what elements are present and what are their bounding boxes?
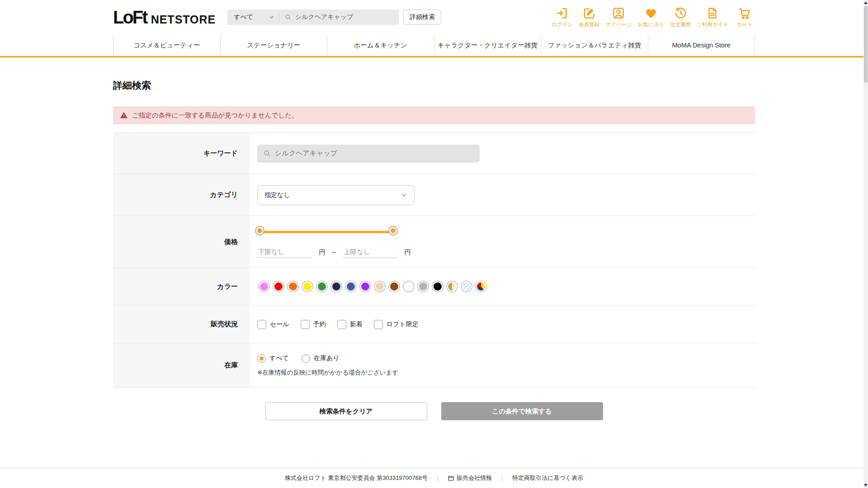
price-max-input[interactable] [343, 247, 398, 258]
search-form: キーワード カテゴリ 指定なし [113, 132, 755, 388]
color-swatch-white[interactable] [404, 282, 414, 291]
price-slider-track [262, 231, 391, 233]
header-search-input[interactable] [295, 14, 394, 21]
sales-status-option-1[interactable]: 予約 [301, 320, 326, 329]
alert-message: ご指定の条件に一致する商品が見つかりませんでした。 [132, 111, 298, 120]
footer-divider [438, 475, 438, 481]
color-swatch-multicolor[interactable] [476, 282, 486, 291]
color-swatch-beige[interactable] [375, 282, 385, 291]
keyword-input[interactable] [275, 150, 474, 157]
site-footer: 株式会社ロフト 東京都公安委員会 第303319700768号 販売会社情報 特… [0, 468, 868, 488]
header-quick-links: ログイン会員登録マイページお気に入り注文履歴ご利用ガイドカート [552, 6, 755, 28]
quick-link-login[interactable]: ログイン [552, 6, 573, 28]
warning-icon [120, 111, 128, 119]
scrollbar-down-arrow[interactable] [864, 484, 868, 487]
color-swatch-red[interactable] [274, 282, 283, 291]
quick-link-order-history[interactable]: 注文履歴 [670, 6, 691, 28]
page-title: 詳細検索 [113, 79, 755, 92]
footer-link-legal[interactable]: 特定商取引法に基づく表示 [512, 474, 583, 482]
quick-link-favorites[interactable]: お気に入り [638, 6, 664, 28]
main-nav: コスメ＆ビューティーステーショナリーホーム＆キッチンキャラクター・クリエイター雑… [113, 34, 755, 56]
price-unit-min: 円 [319, 248, 326, 257]
chevron-down-icon [269, 14, 274, 20]
favorites-icon [644, 6, 658, 20]
quick-link-guide[interactable]: ご利用ガイド [697, 6, 728, 28]
nav-item-1[interactable]: ステーショナリー [220, 34, 327, 56]
clear-conditions-button[interactable]: 検索条件をクリア [265, 402, 427, 420]
checkbox[interactable] [374, 320, 383, 329]
sales-status-option-0[interactable]: セール [257, 320, 289, 329]
main-content: 詳細検索 ご指定の条件に一致する商品が見つかりませんでした。 キーワード [113, 79, 755, 420]
advanced-search-button[interactable]: 詳細検索 [403, 9, 441, 25]
nav-item-2[interactable]: ホーム＆キッチン [327, 34, 434, 56]
search-icon [263, 150, 271, 157]
color-swatch-gray[interactable] [418, 282, 428, 291]
loft-logo[interactable]: LoFt NETSTORE [113, 7, 216, 28]
nav-item-3[interactable]: キャラクター・クリエイター雑貨 [434, 34, 541, 56]
price-slider-handle-max[interactable] [389, 227, 397, 235]
quick-link-label: マイページ [605, 21, 632, 28]
footer-link-company-info[interactable]: 販売会社情報 [448, 474, 492, 482]
price-min-input[interactable] [257, 247, 312, 258]
stock-note: ※在庫情報の反映に時間がかかる場合がございます [257, 369, 755, 377]
stock-option-1[interactable]: 在庫あり [302, 354, 340, 363]
search-with-conditions-button[interactable]: この条件で検索する [441, 402, 603, 420]
price-range-slider [259, 226, 394, 238]
color-swatch-gold-silver[interactable] [447, 282, 457, 291]
sales-status-option-3[interactable]: ロフト限定 [374, 320, 419, 329]
nav-item-0[interactable]: コスメ＆ビューティー [113, 34, 220, 56]
color-swatches [259, 282, 755, 291]
sales-status-option-2[interactable]: 新着 [337, 320, 363, 329]
checkbox-label: ロフト限定 [387, 320, 419, 328]
radio-button[interactable] [302, 354, 310, 363]
form-row-price: 価格 円 ～ 円 [113, 216, 755, 268]
sales-status-checkboxes: セール予約新着ロフト限定 [257, 320, 755, 329]
color-swatch-orange[interactable] [288, 282, 298, 291]
form-row-stock: 在庫 すべて在庫あり ※在庫情報の反映に時間がかかる場合がございます [113, 343, 755, 388]
color-swatch-blue[interactable] [346, 282, 356, 291]
keyword-field [257, 145, 480, 163]
price-slider-handle-min[interactable] [256, 227, 264, 235]
vertical-scrollbar[interactable] [863, 0, 868, 488]
search-category-select[interactable]: すべて [227, 13, 279, 21]
footer-link-label: 販売会社情報 [457, 474, 492, 482]
checkbox-label: 新着 [350, 320, 363, 328]
form-row-color: カラー [113, 268, 755, 305]
quick-link-cart[interactable]: カート [734, 6, 755, 28]
footer-divider [502, 475, 502, 481]
scrollbar-thumb[interactable] [864, 6, 868, 83]
checkbox[interactable] [337, 320, 346, 329]
header-search-bar: すべて [227, 9, 399, 25]
stock-option-0[interactable]: すべて [257, 354, 289, 363]
color-swatch-purple[interactable] [360, 282, 370, 291]
radio-button[interactable] [257, 354, 266, 363]
checkbox[interactable] [301, 320, 310, 329]
category-select-value: 指定なし [264, 191, 290, 199]
quick-link-mypage[interactable]: マイページ [605, 6, 632, 28]
form-row-keyword: キーワード [113, 133, 755, 174]
color-swatch-pink[interactable] [259, 282, 269, 291]
nav-item-4[interactable]: ファッション＆バラエティ雑貨 [541, 34, 648, 56]
loft-logo-mark: LoFt [113, 7, 147, 28]
category-select[interactable]: 指定なし [257, 185, 415, 205]
color-swatch-clear[interactable] [462, 282, 472, 291]
color-swatch-brown[interactable] [389, 282, 399, 291]
login-icon [555, 6, 569, 20]
color-swatch-green[interactable] [317, 282, 327, 291]
quick-link-register[interactable]: 会員登録 [579, 6, 599, 28]
color-swatch-black[interactable] [433, 282, 443, 291]
scrollbar-up-arrow[interactable] [864, 1, 868, 4]
footer-link-label: 特定商取引法に基づく表示 [512, 474, 583, 482]
site-header: LoFt NETSTORE すべて 詳細検索 ログイン会員登録マイページお気に入… [0, 0, 868, 57]
color-swatch-yellow[interactable] [302, 282, 312, 291]
checkbox[interactable] [257, 320, 266, 329]
stock-label: 在庫 [113, 343, 250, 387]
header-search-field [279, 14, 399, 21]
search-icon [285, 14, 292, 21]
chevron-down-icon [401, 192, 407, 198]
checkbox-label: 予約 [313, 320, 326, 328]
color-swatch-navy[interactable] [331, 282, 341, 291]
netstore-logo-text: NETSTORE [151, 13, 216, 26]
register-icon [582, 6, 596, 20]
nav-item-5[interactable]: MoMA Design Store [648, 34, 755, 56]
